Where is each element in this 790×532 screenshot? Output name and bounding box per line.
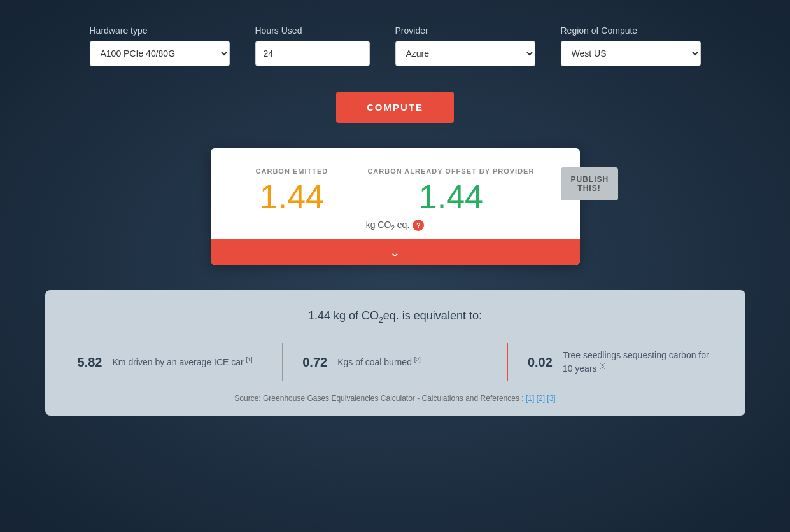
results-metrics: CARBON EMITTED 1.44 CARBON ALREADY OFFSE…: [236, 167, 554, 213]
hours-used-input[interactable]: [255, 41, 370, 66]
carbon-offset-label: CARBON ALREADY OFFSET BY PROVIDER: [367, 167, 534, 175]
hardware-type-label: Hardware type: [90, 25, 148, 36]
equiv-title: 1.44 kg of CO2eq. is equivalent to:: [71, 309, 720, 325]
equiv-value-2: 0.02: [521, 355, 553, 370]
carbon-emitted-col: CARBON EMITTED 1.44: [256, 167, 328, 213]
compute-button[interactable]: COMPUTE: [336, 92, 454, 123]
equiv-title-prefix: 1.44 kg of CO2eq. is equivalent to:: [308, 309, 482, 322]
region-select[interactable]: West US East US West Europe East Asia: [561, 41, 701, 66]
divider-2: [507, 343, 508, 381]
hardware-type-select[interactable]: A100 PCIe 40/80G V100 T4 A10G RTX 3090: [90, 41, 230, 66]
region-label: Region of Compute: [561, 25, 638, 36]
equivalencies-section: 1.44 kg of CO2eq. is equivalent to: 5.82…: [45, 290, 745, 416]
carbon-emitted-value: 1.44: [260, 180, 324, 213]
source-link-3[interactable]: [3]: [547, 394, 555, 403]
hours-used-label: Hours Used: [255, 25, 302, 36]
source-text: Source: Greenhouse Gases Equivalencies C…: [71, 394, 720, 403]
unit-text: kg CO2 eq.: [366, 220, 410, 232]
chevron-down-icon: ⌄: [390, 246, 400, 258]
results-card: PUBLISH THIS! CARBON EMITTED 1.44 CARBON…: [211, 148, 580, 265]
source-link-1[interactable]: [1]: [526, 394, 534, 403]
hardware-type-group: Hardware type A100 PCIe 40/80G V100 T4 A…: [90, 25, 230, 66]
carbon-offset-col: CARBON ALREADY OFFSET BY PROVIDER 1.44: [367, 167, 534, 213]
equiv-ref-1: [2]: [414, 356, 421, 363]
equiv-desc-2: Tree seedlings sequesting carbon for 10 …: [563, 349, 720, 375]
equiv-metrics-row: 5.82 Km driven by an average ICE car [1]…: [71, 343, 720, 381]
hours-used-group: Hours Used: [255, 25, 370, 66]
page-wrapper: Hardware type A100 PCIe 40/80G V100 T4 A…: [0, 0, 790, 532]
equiv-item-2: 0.02 Tree seedlings sequesting carbon fo…: [521, 349, 720, 375]
equiv-ref-0: [1]: [246, 356, 253, 363]
equiv-item-1: 0.72 Kgs of coal burned [2]: [295, 355, 495, 370]
source-link-2[interactable]: [2]: [537, 394, 545, 403]
equiv-ref-2: [3]: [599, 363, 605, 369]
equiv-value-0: 5.82: [71, 355, 102, 370]
provider-label: Provider: [395, 25, 428, 36]
region-group: Region of Compute West US East US West E…: [561, 25, 701, 66]
form-row: Hardware type A100 PCIe 40/80G V100 T4 A…: [90, 25, 701, 66]
carbon-offset-value: 1.44: [419, 180, 483, 213]
carbon-emitted-label: CARBON EMITTED: [256, 167, 328, 175]
provider-group: Provider Azure AWS GCP: [395, 25, 535, 66]
equiv-desc-0: Km driven by an average ICE car [1]: [113, 356, 253, 368]
divider-1: [282, 343, 283, 381]
source-label: Source: Greenhouse Gases Equivalencies C…: [234, 394, 523, 403]
unit-row: kg CO2 eq. ?: [236, 220, 554, 232]
help-icon[interactable]: ?: [413, 220, 424, 231]
equiv-item-0: 5.82 Km driven by an average ICE car [1]: [71, 355, 270, 370]
publish-button[interactable]: PUBLISH THIS!: [561, 167, 618, 200]
equiv-desc-1: Kgs of coal burned [2]: [337, 356, 421, 368]
equiv-value-1: 0.72: [295, 355, 327, 370]
chevron-bar[interactable]: ⌄: [211, 239, 580, 265]
provider-select[interactable]: Azure AWS GCP: [395, 41, 535, 66]
compute-section: COMPUTE: [336, 92, 454, 123]
